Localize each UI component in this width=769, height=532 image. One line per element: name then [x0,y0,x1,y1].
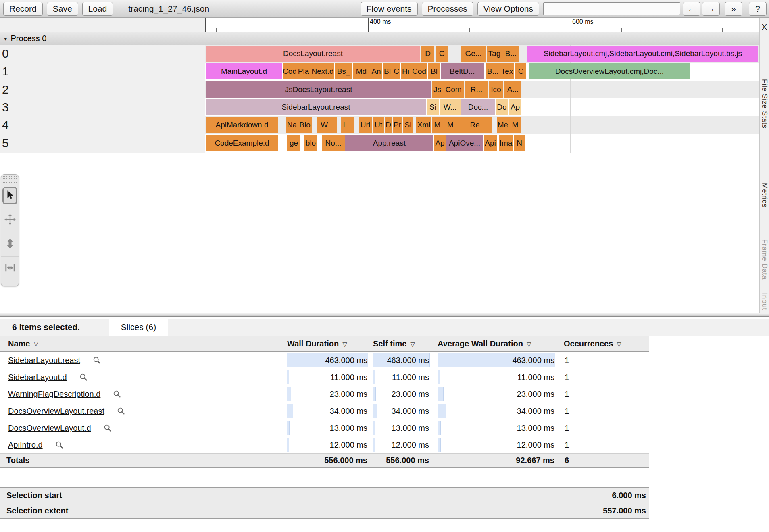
trace-slice[interactable]: Ut [373,117,384,133]
trace-slice[interactable]: M [509,117,521,133]
trace-slice[interactable]: D [385,117,392,133]
side-tab-file-size-stats[interactable]: File Size Stats [760,45,769,163]
trace-slice[interactable]: R... [465,81,488,98]
column-header-self-time[interactable]: Self time▽ [373,339,430,348]
trace-slice[interactable]: W... [440,99,461,115]
trace-slice[interactable]: Com [443,81,464,98]
trace-slice[interactable]: blo [304,135,317,151]
find-previous-button[interactable]: ← [683,2,700,16]
find-next-button[interactable]: → [702,2,720,16]
save-button[interactable]: Save [47,2,78,16]
magnifier-icon[interactable] [113,390,121,398]
slice-name-link[interactable]: SidebarLayout.d [8,373,67,382]
flow-events-button[interactable]: Flow events [361,2,418,16]
side-tab-metrics[interactable]: Metrics [760,163,769,227]
trace-slice[interactable]: M... [443,117,464,133]
sort-triangle-icon[interactable]: ▽ [617,341,621,348]
trace-slice[interactable]: Ico [489,81,503,98]
trace-slice[interactable]: MainLayout.d [206,63,282,79]
trace-slice[interactable]: App.reast [345,135,433,151]
trace-slice[interactable]: Md [353,63,370,79]
trace-slice[interactable]: Cod [411,63,427,79]
trace-slice[interactable]: B... [486,63,500,79]
trace-slice[interactable]: Ap [509,99,521,115]
slice-name-link[interactable]: DocsOverviewLayout.reast [8,407,104,416]
trace-slice[interactable]: Api [484,135,497,151]
magnifier-icon[interactable] [55,440,64,449]
panel-splitter[interactable] [0,313,769,317]
trace-slice[interactable]: Ima [499,135,513,151]
trace-slice[interactable]: Next.d [311,63,334,79]
palette-drag-handle[interactable] [3,176,17,183]
trace-slice[interactable]: Me [497,117,509,133]
trace-slice[interactable]: Re... [464,117,492,133]
trace-slice[interactable]: I... [341,117,354,133]
zoom-tool-button[interactable] [1,232,19,256]
trace-slice[interactable]: C [515,63,526,79]
trace-slice[interactable]: Tag [487,46,502,62]
trace-slice[interactable]: Xml [416,117,431,133]
trace-slice[interactable]: M [432,117,443,133]
trace-slice[interactable]: ApiMarkdown.d [206,117,278,133]
expand-button[interactable]: » [725,2,742,16]
help-button[interactable]: ? [749,2,767,16]
trace-slice[interactable]: Tex [500,63,514,79]
trace-slice[interactable]: N [514,135,525,151]
tab-slices[interactable]: Slices (6) [109,319,168,336]
sort-triangle-icon[interactable]: ▽ [410,341,415,348]
trace-slice[interactable]: W... [317,117,337,133]
trace-slice[interactable]: Hi [401,63,411,79]
slice-name-link[interactable]: DocsOverviewLayout.d [8,424,91,433]
pan-tool-button[interactable] [1,208,19,232]
trace-slice[interactable]: Js [432,81,443,98]
timeline-ruler-scale[interactable]: 400 ms600 ms [205,18,759,32]
trace-slice[interactable]: Pr [393,117,402,133]
side-tab-frame-data[interactable]: Frame Data [760,227,769,292]
trace-slice[interactable]: C [436,46,448,62]
trace-slice[interactable]: Ap [434,135,446,151]
sort-triangle-icon[interactable]: ▽ [33,340,38,347]
trace-slice[interactable]: Bl [428,63,440,79]
trace-slice[interactable]: Do [496,99,508,115]
trace-slice[interactable]: An [370,63,382,79]
column-header-occurrences[interactable]: Occurrences▽ [564,339,636,348]
column-header-name[interactable]: Name▽ [0,339,287,348]
trace-slice[interactable]: JsDocsLayout.reast [206,81,431,98]
column-header-wall-duration[interactable]: Wall Duration▽ [287,339,368,348]
timing-tool-button[interactable] [1,256,19,280]
search-input[interactable] [543,2,680,15]
trace-slice[interactable]: SidebarLayout.cmj,SidebarLayout.cmi,Side… [527,46,758,62]
collapse-triangle-icon[interactable]: ▾ [4,35,7,42]
trace-slice[interactable]: Na [286,117,298,133]
trace-slice[interactable]: Bs_ [335,63,352,79]
process-header[interactable]: ▾ Process 0 [0,32,759,45]
slice-name-link[interactable]: ApiIntro.d [8,440,43,450]
trace-slice[interactable]: CodeExample.d [206,135,278,151]
trace-slice[interactable]: No... [322,135,345,151]
processes-button[interactable]: Processes [422,2,473,16]
trace-slice[interactable]: Doc... [461,99,495,115]
selection-tool-button[interactable] [1,184,19,208]
trace-slice[interactable]: Blo [298,117,312,133]
trace-slice[interactable]: Pla [296,63,311,79]
view-options-button[interactable]: View Options [477,2,539,16]
magnifier-icon[interactable] [79,373,88,382]
slice-name-link[interactable]: SidebarLayout.reast [8,356,80,365]
close-process-button[interactable]: X [760,18,769,36]
magnifier-icon[interactable] [103,424,112,432]
trace-slice[interactable]: A... [504,81,521,98]
trace-slice[interactable]: Ge... [461,46,486,62]
trace-slice[interactable]: SidebarLayout.reast [206,99,426,115]
trace-slice[interactable]: D [421,46,434,62]
trace-slice[interactable]: ge [287,135,300,151]
slice-name-link[interactable]: WarningFlagDescription.d [8,390,100,399]
trace-slice[interactable]: BeltD... [441,63,484,79]
trace-slice[interactable]: DocsOverviewLayout.cmj,Doc... [529,63,690,79]
trace-slice[interactable]: DocsLayout.reast [206,46,420,62]
magnifier-icon[interactable] [92,356,101,365]
record-button[interactable]: Record [3,2,43,16]
sort-triangle-icon[interactable]: ▽ [342,341,347,348]
trace-slice[interactable]: ApiOve... [446,135,483,151]
trace-slice[interactable]: Bl [383,63,392,79]
side-tab-input-latency[interactable]: Input Latency [760,292,769,313]
